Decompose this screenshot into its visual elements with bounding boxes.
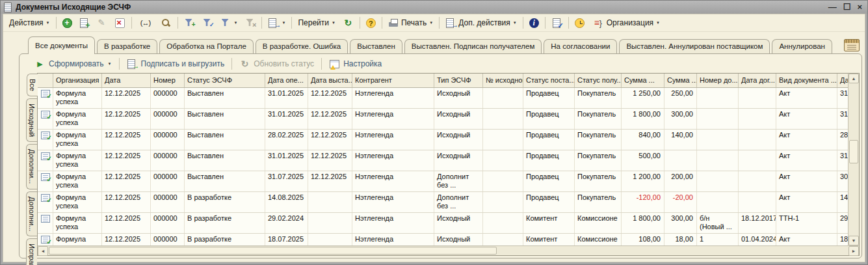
- separator: [178, 17, 178, 29]
- column-header-date_op[interactable]: Дата опе...: [265, 74, 308, 87]
- column-header-contragent[interactable]: Контрагент: [352, 74, 434, 87]
- extra-actions-button[interactable]: Доп. действия▼: [442, 16, 520, 30]
- tab-4[interactable]: Выставлен: [350, 39, 402, 53]
- cell-date_op: 18.07.2025: [265, 234, 308, 245]
- app-window: Документы Исходящие ЭСЧФ —☐× Действия▼▼▼…: [0, 0, 868, 265]
- document-check-button[interactable]: [548, 16, 566, 30]
- tab-list-button[interactable]: [844, 39, 860, 51]
- table-row-3[interactable]: Формула успеха12.12.2025000000Выставлен3…: [38, 150, 848, 171]
- table-row-5[interactable]: Формула успеха12.12.2025000000В разработ…: [38, 192, 848, 213]
- column-header-date[interactable]: Дата: [102, 74, 151, 87]
- cell-da: 14.: [837, 192, 848, 212]
- scroll-up-button[interactable]: ▲: [848, 74, 859, 83]
- column-header-num[interactable]: Номер: [151, 74, 185, 87]
- table-row-0[interactable]: Формула успеха12.12.2025000000Выставлен3…: [38, 88, 848, 109]
- filter-by-value-button[interactable]: [199, 16, 217, 30]
- cell-date_op: 31.01.2025: [265, 109, 308, 129]
- output-list-button[interactable]: ▼: [265, 16, 289, 30]
- sign-and-upload-button[interactable]: Подписать и выгрузить: [124, 57, 228, 70]
- cell-num: 000000: [151, 234, 185, 245]
- column-header-status_pol[interactable]: Статус полу...: [575, 74, 622, 87]
- column-header-sum2[interactable]: Сумма ...: [664, 74, 697, 87]
- refresh-button[interactable]: [339, 16, 357, 30]
- column-header-status_post[interactable]: Статус поста...: [523, 74, 575, 87]
- horizontal-scroll-track[interactable]: [48, 246, 848, 255]
- table-row-6[interactable]: Формула успеха12.12.2025000000В разработ…: [38, 213, 848, 234]
- tab-3[interactable]: В разработке. Ошибка: [256, 39, 348, 53]
- set-interval-button[interactable]: [135, 16, 157, 30]
- help-button[interactable]: [363, 16, 379, 30]
- vertical-scroll-track[interactable]: [848, 83, 859, 236]
- tab-8[interactable]: Аннулирован: [772, 39, 832, 53]
- tab-0[interactable]: Все документы: [28, 36, 95, 54]
- add-by-copy-button[interactable]: [76, 16, 92, 30]
- column-header-type[interactable]: Тип ЭСЧФ: [434, 74, 483, 87]
- side-tab-1[interactable]: Исходный: [26, 98, 37, 142]
- maximize-button[interactable]: ☐: [843, 3, 851, 12]
- scroll-right-button[interactable]: ►: [848, 246, 859, 256]
- cell-status_post: Продавец: [523, 88, 575, 108]
- cell-date_vyst: 12.12.2025: [308, 88, 352, 108]
- organization-button[interactable]: Организация▼: [588, 16, 663, 30]
- column-header-da[interactable]: Да: [837, 74, 848, 87]
- vertical-scrollbar[interactable]: ▲ ▼: [848, 74, 859, 245]
- tab-1[interactable]: В разработке: [97, 39, 157, 53]
- minimize-button[interactable]: —: [828, 3, 837, 12]
- delete-button[interactable]: [111, 16, 129, 30]
- column-header-date_vyst[interactable]: Дата выста...: [308, 74, 352, 87]
- cell-sum1: 1 200,00: [622, 171, 664, 191]
- horizontal-scrollbar[interactable]: ◄ ►: [38, 245, 859, 255]
- booklet-icon: [844, 39, 860, 51]
- column-header-status[interactable]: Статус ЭСЧФ: [185, 74, 265, 87]
- horizontal-scroll-thumb[interactable]: [49, 247, 497, 255]
- print-button[interactable]: Печать▼: [385, 16, 436, 30]
- actions-button[interactable]: Действия▼: [6, 16, 53, 30]
- scroll-left-button[interactable]: ◄: [38, 246, 48, 256]
- cell-num: 000000: [151, 109, 185, 129]
- generate-button[interactable]: Сформировать▼: [31, 57, 115, 70]
- column-header-num_isx[interactable]: № исходного...: [483, 74, 523, 87]
- table-row-7[interactable]: Формула успеха12.12.2025000000В разработ…: [38, 234, 848, 245]
- cell-icon: [38, 192, 53, 212]
- table-row-1[interactable]: Формула успеха12.12.2025000000Выставлен3…: [38, 109, 848, 130]
- add-button[interactable]: [59, 16, 75, 30]
- column-header-vid[interactable]: Вид документа ...: [776, 74, 837, 87]
- history-button[interactable]: [572, 16, 588, 30]
- column-header-icon[interactable]: [38, 74, 53, 87]
- filter-history-button[interactable]: ▼: [217, 16, 241, 30]
- cell-sum1: 1 800,00: [622, 213, 664, 233]
- close-button[interactable]: ×: [857, 3, 862, 12]
- goto-button[interactable]: Перейти▼: [295, 16, 339, 30]
- find-by-number-button[interactable]: [157, 16, 175, 30]
- cell-icon: [38, 234, 53, 245]
- scroll-down-button[interactable]: ▼: [848, 236, 859, 245]
- info-button[interactable]: [526, 16, 542, 30]
- cell-status_post: Комитент: [523, 234, 575, 245]
- cell-icon: [38, 130, 53, 150]
- settings-button[interactable]: Настройка: [326, 57, 385, 70]
- tab-7[interactable]: Выставлен. Аннулирован поставщиком: [619, 39, 770, 53]
- tab-6[interactable]: На согласовании: [544, 39, 617, 53]
- side-tab-4[interactable]: Исправ...: [26, 238, 37, 265]
- column-header-sum1[interactable]: Сумма ...: [622, 74, 664, 87]
- column-header-org[interactable]: Организация: [53, 74, 102, 87]
- button-label: Обновить статус: [254, 59, 314, 68]
- clock-icon: [575, 18, 585, 28]
- table-row-4[interactable]: Формула успеха12.12.2025000000Выставлен3…: [38, 171, 848, 192]
- column-header-num_doc[interactable]: Номер до...: [697, 74, 739, 87]
- side-tab-2[interactable]: Дополни...: [26, 144, 37, 189]
- cell-status_pol: Комиссионе: [575, 234, 622, 245]
- cell-date_vyst: [308, 192, 352, 212]
- tab-5[interactable]: Выставлен. Подписан получателем: [404, 39, 542, 53]
- side-tab-0[interactable]: Все: [27, 74, 38, 96]
- print-icon: [388, 18, 399, 28]
- column-header-date_dog[interactable]: Дата дог...: [739, 74, 776, 87]
- document-icon: [41, 215, 50, 223]
- table-row-2[interactable]: Формула успеха12.12.2025000000Выставлен2…: [38, 130, 848, 150]
- cell-date_dog: [739, 171, 776, 191]
- tab-2[interactable]: Обработка на Портале: [159, 39, 254, 53]
- table-header-row: ОрганизацияДатаНомерСтатус ЭСЧФДата опе.…: [38, 74, 848, 88]
- vertical-scroll-thumb[interactable]: [849, 140, 858, 163]
- side-tab-3[interactable]: Дополни...: [26, 191, 37, 236]
- filter-settings-button[interactable]: [181, 16, 198, 30]
